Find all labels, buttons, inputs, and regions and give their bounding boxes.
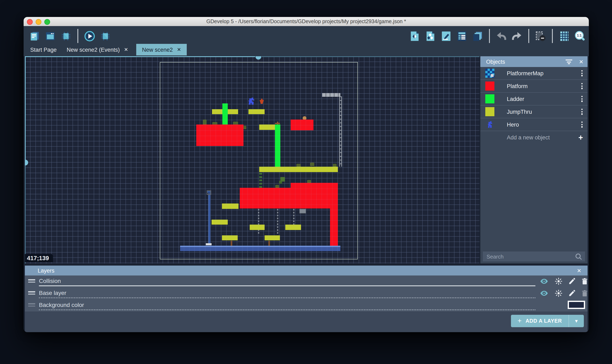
tilemap-decor-sign: [231, 241, 232, 246]
close-objects-panel-icon[interactable]: ✕: [579, 59, 584, 64]
close-layers-panel-icon[interactable]: ✕: [577, 268, 581, 273]
gdevelop-window: GDevelop 5 - /Users/florian/Documents/GD…: [24, 17, 589, 332]
object-row-hero[interactable]: Hero: [480, 118, 587, 131]
layer-name[interactable]: Collision: [39, 278, 61, 284]
vertical-scroll-handle[interactable]: [25, 160, 28, 166]
tab-label: New scene2 (Events): [67, 47, 120, 53]
layer-name-underline: [39, 297, 535, 298]
plus-icon: +: [517, 317, 522, 325]
delete-layer-icon[interactable]: [581, 289, 589, 297]
scene-canvas[interactable]: 417;139: [25, 56, 479, 263]
drag-handle-icon[interactable]: [28, 291, 35, 296]
edit-layer-icon[interactable]: [568, 277, 576, 286]
horizontal-scrollbar[interactable]: [25, 56, 255, 57]
debugger-icon[interactable]: [60, 30, 72, 42]
object-row-platformermap[interactable]: PlatformerMap: [480, 67, 587, 80]
filter-icon[interactable]: [566, 59, 572, 64]
tab-label: New scene2: [142, 47, 173, 53]
toolbar-separator: [528, 29, 529, 43]
object-row-ladder[interactable]: Ladder: [480, 93, 587, 105]
object-thumbnail: [485, 107, 494, 116]
layer-row-background-color[interactable]: Background color: [25, 299, 587, 312]
layer-effects-icon[interactable]: [555, 289, 563, 297]
layer-visibility-icon[interactable]: [540, 277, 548, 286]
jumpthru-instance[interactable]: [212, 220, 228, 225]
ground-instance[interactable]: [180, 246, 340, 251]
object-menu-icon[interactable]: [581, 109, 583, 115]
close-tab-icon[interactable]: ✕: [124, 47, 128, 52]
add-layer-label: ADD A LAYER: [526, 318, 562, 324]
platform-instance[interactable]: [330, 208, 338, 246]
edit-layer-icon[interactable]: [568, 289, 576, 297]
platform-instance[interactable]: [196, 125, 244, 146]
jumpthru-instance[interactable]: [222, 204, 239, 209]
jumpthru-instance[interactable]: [222, 235, 238, 240]
undo-icon[interactable]: [495, 30, 507, 42]
object-label: Platform: [507, 83, 528, 89]
platform-instance[interactable]: [240, 188, 338, 208]
enemy-instance[interactable]: [259, 98, 264, 104]
properties-icon[interactable]: [440, 30, 452, 42]
debug-icon[interactable]: [99, 30, 111, 42]
instances-list-icon[interactable]: [456, 30, 468, 42]
horizontal-scrollbar[interactable]: [262, 56, 479, 57]
tab-start-page[interactable]: Start Page: [25, 44, 63, 55]
tilemap-decor-grass: [275, 185, 279, 188]
ladder-instance[interactable]: [222, 104, 228, 125]
object-row-jumpthru[interactable]: JumpThru: [480, 105, 587, 118]
object-groups-icon[interactable]: [424, 30, 436, 42]
object-menu-icon[interactable]: [581, 70, 583, 76]
background-color-swatch[interactable]: [568, 301, 585, 309]
tab-new-scene2-events[interactable]: New scene2 (Events) ✕: [61, 44, 134, 55]
add-object-row[interactable]: Add a new object +: [480, 131, 587, 143]
drag-handle-icon[interactable]: [28, 279, 35, 284]
scene-editor-icon[interactable]: [44, 30, 56, 42]
jumpthru-instance[interactable]: [285, 225, 301, 230]
jumpthru-instance[interactable]: [265, 235, 280, 240]
jumpthru-instance[interactable]: [259, 167, 338, 172]
layer-effects-icon[interactable]: [555, 277, 563, 286]
jumpthru-instance[interactable]: [248, 109, 265, 114]
layer-name[interactable]: Background color: [39, 301, 84, 308]
add-layer-dropdown[interactable]: ▼: [569, 315, 584, 327]
object-menu-icon[interactable]: [581, 83, 583, 89]
object-row-platform[interactable]: Platform: [480, 80, 587, 93]
platform-instance[interactable]: [291, 119, 313, 130]
layer-name[interactable]: Base layer: [39, 289, 66, 296]
search-input[interactable]: [483, 251, 585, 261]
objects-panel-icon[interactable]: [409, 30, 421, 42]
tilemap-decor-chain: [258, 209, 259, 234]
hero-instance[interactable]: [248, 98, 254, 105]
tilemap-decor-pole: [208, 193, 210, 243]
tab-bar: Start Page New scene2 (Events) ✕ New sce…: [24, 44, 589, 56]
object-menu-icon[interactable]: [581, 121, 583, 127]
layer-row-base-layer[interactable]: Base layer: [25, 287, 587, 299]
tilemap-decor-graycap: [322, 93, 340, 97]
layers-panel-icon[interactable]: [472, 30, 484, 42]
tab-new-scene2[interactable]: New scene2 ✕: [136, 44, 187, 55]
ladder-instance[interactable]: [275, 125, 280, 167]
vertical-scrollbar[interactable]: [25, 166, 26, 263]
layer-visibility-icon[interactable]: [540, 289, 548, 297]
jumpthru-instance[interactable]: [250, 225, 265, 230]
jumpthru-instance[interactable]: [259, 125, 275, 130]
platform-instance[interactable]: [291, 183, 338, 188]
screenshot-icon[interactable]: [535, 30, 546, 42]
play-icon[interactable]: [84, 30, 96, 42]
grid-icon[interactable]: [558, 30, 570, 42]
titlebar[interactable]: GDevelop 5 - /Users/florian/Documents/GD…: [24, 17, 589, 26]
delete-layer-icon[interactable]: [581, 277, 589, 286]
drag-handle-icon[interactable]: [28, 303, 35, 308]
project-manager-icon[interactable]: [28, 30, 41, 42]
vertical-scrollbar[interactable]: [25, 56, 26, 160]
redo-icon[interactable]: [511, 30, 523, 42]
layer-row-collision[interactable]: Collision: [25, 275, 587, 287]
object-thumbnail: [485, 120, 494, 129]
object-search-box: [483, 251, 585, 261]
add-layer-button[interactable]: + ADD A LAYER: [511, 315, 569, 327]
horizontal-scroll-handle[interactable]: [256, 56, 261, 60]
tilemap-decor-polebase: [206, 243, 212, 245]
zoom-one-to-one-icon[interactable]: 1:1: [574, 30, 586, 42]
object-menu-icon[interactable]: [581, 96, 583, 102]
close-tab-icon[interactable]: ✕: [177, 47, 181, 52]
